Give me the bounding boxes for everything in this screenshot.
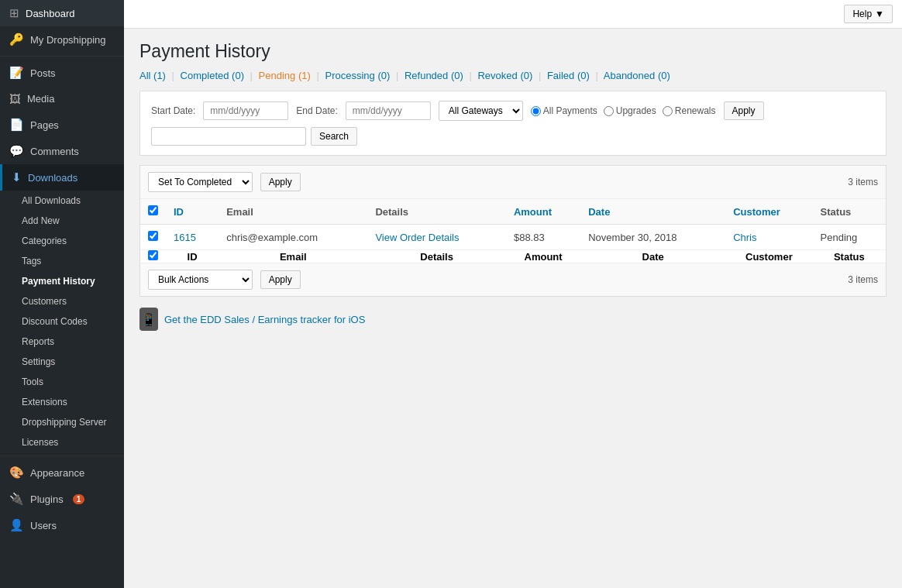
th-checkbox <box>140 199 166 225</box>
tfoot-th-date: Date <box>580 250 725 263</box>
top-bar: Help ▼ <box>124 0 902 29</box>
sidebar-sub-reports[interactable]: Reports <box>0 332 124 352</box>
sidebar-sub-settings[interactable]: Settings <box>0 352 124 372</box>
end-date-input[interactable] <box>346 101 431 120</box>
row-customer-link[interactable]: Chris <box>733 232 756 243</box>
radio-all-payments[interactable]: All Payments <box>531 105 597 116</box>
search-button[interactable]: Search <box>311 127 357 146</box>
row-amount-cell: $88.83 <box>506 225 580 250</box>
sidebar: ⊞ Dashboard 🔑 My Dropshipping 📝 Posts 🖼 … <box>0 0 124 588</box>
table-head: ID Email Details Amount Date Customer <box>140 199 886 225</box>
sidebar-sub-licenses[interactable]: Licenses <box>0 432 124 452</box>
sidebar-sub-categories[interactable]: Categories <box>0 231 124 251</box>
sidebar-sub-extensions[interactable]: Extensions <box>0 392 124 412</box>
apply-filter-button[interactable]: Apply <box>724 101 764 120</box>
sidebar-item-appearance[interactable]: 🎨 Appearance <box>0 459 124 486</box>
sidebar-item-dashboard[interactable]: ⊞ Dashboard <box>0 0 124 26</box>
sidebar-item-comments[interactable]: 💬 Comments <box>0 138 124 164</box>
th-date-link[interactable]: Date <box>588 206 610 218</box>
sidebar-sub-all-downloads[interactable]: All Downloads <box>0 191 124 211</box>
tfoot-th-email: Email <box>219 250 367 263</box>
sidebar-sub-tags[interactable]: Tags <box>0 251 124 271</box>
sidebar-item-label: Dashboard <box>26 8 75 19</box>
apply-bulk-top-button[interactable]: Apply <box>260 173 301 191</box>
help-label: Help <box>852 9 872 19</box>
tab-completed[interactable]: Completed (0) <box>181 70 244 81</box>
sidebar-item-dropshipping[interactable]: 🔑 My Dropshipping <box>0 26 124 53</box>
radio-renewals-input[interactable] <box>663 106 673 116</box>
tab-processing[interactable]: Processing (0) <box>325 70 390 81</box>
appearance-icon: 🎨 <box>9 466 24 480</box>
sidebar-sub-add-new[interactable]: Add New <box>0 211 124 231</box>
ios-promo: 📱 Get the EDD Sales / Earnings tracker f… <box>139 308 887 331</box>
ios-icon: 📱 <box>139 308 158 331</box>
th-customer-link[interactable]: Customer <box>733 206 780 218</box>
sidebar-item-label: Pages <box>30 119 59 131</box>
row-date-cell: November 30, 2018 <box>580 225 725 250</box>
apply-bulk-bottom-button[interactable]: Apply <box>260 270 301 289</box>
top-table-toolbar: Set To Completed Set To Pending Set To P… <box>140 166 886 199</box>
filter-row-1: Start Date: End Date: All Gateways All P… <box>151 101 875 121</box>
th-customer: Customer <box>725 199 812 225</box>
radio-upgrades[interactable]: Upgrades <box>604 105 656 116</box>
sidebar-sub-payment-history[interactable]: Payment History <box>0 271 124 291</box>
tab-refunded[interactable]: Refunded (0) <box>405 70 463 81</box>
select-all-checkbox[interactable] <box>148 205 158 215</box>
gateway-select[interactable]: All Gateways <box>439 101 523 121</box>
sidebar-sub-discount-codes[interactable]: Discount Codes <box>0 311 124 332</box>
help-button[interactable]: Help ▼ <box>844 5 893 23</box>
sidebar-item-label: Appearance <box>30 467 84 479</box>
select-all-bottom-checkbox[interactable] <box>148 250 158 260</box>
sidebar-item-media[interactable]: 🖼 Media <box>0 86 124 112</box>
tab-pending[interactable]: Pending (1) <box>259 70 311 81</box>
tab-all-count: (1) <box>153 70 166 81</box>
page-title: Payment History <box>139 41 887 62</box>
tab-abandoned[interactable]: Abandoned (0) <box>604 70 670 81</box>
sidebar-item-label: Users <box>30 520 57 531</box>
bulk-action-top-select[interactable]: Set To Completed Set To Pending Set To P… <box>148 172 253 192</box>
tfoot-th-status: Status <box>813 250 886 263</box>
sidebar-item-plugins[interactable]: 🔌 Plugins 1 <box>0 486 124 512</box>
bottom-table-toolbar: Bulk Actions Set To Completed Set To Pen… <box>140 263 886 296</box>
row-status-cell: Pending <box>813 225 886 250</box>
row-details-cell: View Order Details <box>367 225 506 250</box>
ios-promo-link[interactable]: Get the EDD Sales / Earnings tracker for… <box>164 314 365 325</box>
tfoot-th-details: Details <box>367 250 506 263</box>
start-date-input[interactable] <box>203 101 288 120</box>
bulk-action-bottom-group: Bulk Actions Set To Completed Set To Pen… <box>148 270 301 290</box>
row-id-link[interactable]: 1615 <box>174 232 196 243</box>
sidebar-item-posts[interactable]: 📝 Posts <box>0 60 124 86</box>
row-checkbox[interactable] <box>148 231 158 241</box>
table-container: Set To Completed Set To Pending Set To P… <box>139 165 887 297</box>
sidebar-sub-dropshipping-server[interactable]: Dropshipping Server <box>0 412 124 432</box>
main-content: Help ▼ Payment History All (1) | Complet… <box>124 0 902 588</box>
sidebar-item-pages[interactable]: 📄 Pages <box>0 112 124 138</box>
media-icon: 🖼 <box>9 92 21 105</box>
th-amount-link[interactable]: Amount <box>514 206 552 218</box>
sidebar-item-users[interactable]: 👤 Users <box>0 512 124 538</box>
radio-upgrades-input[interactable] <box>604 106 614 116</box>
row-view-order-link[interactable]: View Order Details <box>375 232 459 243</box>
tab-failed[interactable]: Failed (0) <box>547 70 590 81</box>
radio-all-payments-input[interactable] <box>531 106 541 116</box>
row-date: November 30, 2018 <box>588 232 676 243</box>
th-status: Status <box>813 199 886 225</box>
sidebar-item-downloads[interactable]: ⬇ Downloads <box>0 164 124 191</box>
tab-all[interactable]: All (1) <box>139 70 166 81</box>
th-details: Details <box>367 199 506 225</box>
apply-bulk-top-label: Apply <box>269 177 292 187</box>
sidebar-sub-tools[interactable]: Tools <box>0 372 124 392</box>
search-input[interactable] <box>151 127 306 146</box>
th-email: Email <box>219 199 367 225</box>
th-id-link[interactable]: ID <box>174 206 184 218</box>
plugins-badge: 1 <box>73 494 85 504</box>
start-date-label: Start Date: <box>151 105 195 116</box>
posts-icon: 📝 <box>9 66 24 80</box>
tfoot-th-amount: Amount <box>506 250 580 263</box>
th-amount: Amount <box>506 199 580 225</box>
sidebar-sub-customers[interactable]: Customers <box>0 291 124 311</box>
table-row: 1615 chris@example.com View Order Detail… <box>140 225 886 250</box>
tab-revoked[interactable]: Revoked (0) <box>477 70 532 81</box>
radio-renewals[interactable]: Renewals <box>663 105 716 116</box>
bulk-action-bottom-select[interactable]: Bulk Actions Set To Completed Set To Pen… <box>148 270 253 290</box>
